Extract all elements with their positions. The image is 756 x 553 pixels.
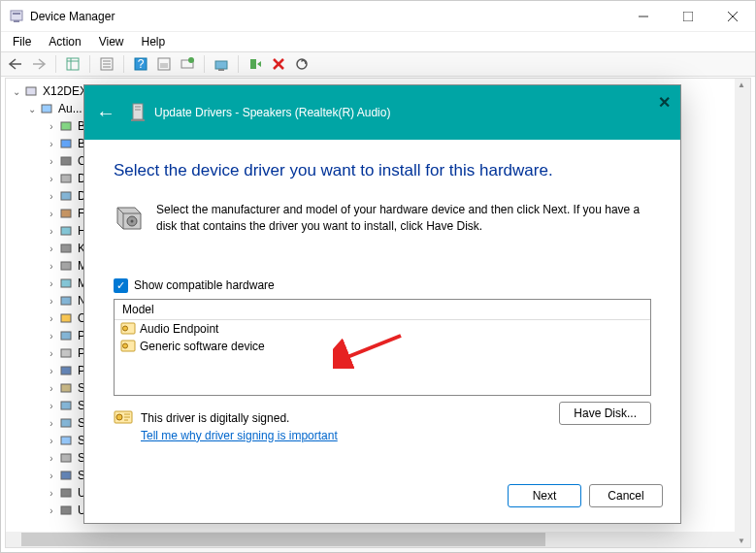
compatible-label: Show compatible hardware <box>134 278 275 292</box>
svg-point-60 <box>123 343 128 348</box>
svg-point-62 <box>116 414 122 420</box>
vertical-scrollbar[interactable] <box>735 79 750 547</box>
close-button[interactable] <box>710 1 755 32</box>
svg-rect-20 <box>215 61 227 69</box>
have-disk-button[interactable]: Have Disk... <box>559 402 651 425</box>
svg-rect-31 <box>61 175 71 182</box>
help-button[interactable]: ? <box>130 53 151 75</box>
signing-link[interactable]: Tell me why driver signing is important <box>141 429 338 442</box>
svg-rect-41 <box>61 349 71 357</box>
titlebar: Device Manager <box>1 1 755 32</box>
svg-rect-43 <box>61 384 71 392</box>
minimize-button[interactable] <box>621 1 666 32</box>
model-list-item[interactable]: Audio Endpoint <box>115 320 650 338</box>
svg-point-19 <box>188 57 194 63</box>
svg-rect-46 <box>61 437 71 444</box>
svg-rect-51 <box>133 104 143 119</box>
svg-rect-37 <box>61 279 71 287</box>
svg-rect-47 <box>61 454 71 462</box>
uninstall-button[interactable] <box>268 53 289 75</box>
svg-rect-44 <box>61 402 71 409</box>
cancel-button[interactable]: Cancel <box>589 484 663 507</box>
svg-point-58 <box>123 326 128 331</box>
svg-rect-32 <box>61 192 71 200</box>
svg-rect-21 <box>218 69 224 71</box>
tb-icon-5[interactable] <box>153 53 175 75</box>
svg-rect-4 <box>683 12 693 21</box>
dialog-close-button[interactable]: ✕ <box>658 93 671 112</box>
svg-point-56 <box>131 220 134 223</box>
dialog-info-text: Select the manufacturer and model of you… <box>156 202 651 235</box>
svg-rect-29 <box>61 140 71 147</box>
next-button[interactable]: Next <box>508 484 581 507</box>
svg-rect-38 <box>61 297 71 305</box>
compatible-checkbox[interactable]: ✓ <box>114 278 128 293</box>
model-list-header[interactable]: Model <box>115 300 650 320</box>
svg-rect-48 <box>61 472 71 479</box>
svg-rect-36 <box>61 262 71 270</box>
menubar: File Action View Help <box>1 32 755 51</box>
menu-view[interactable]: View <box>91 33 132 50</box>
svg-rect-45 <box>61 419 71 427</box>
menu-action[interactable]: Action <box>41 33 88 50</box>
tb-icon-6[interactable] <box>177 53 198 75</box>
svg-rect-2 <box>14 20 19 22</box>
svg-rect-7 <box>67 58 79 70</box>
app-icon <box>9 9 24 24</box>
back-button[interactable] <box>5 53 26 75</box>
enable-button[interactable] <box>245 53 266 75</box>
scan-hardware-button[interactable] <box>291 53 312 75</box>
forward-button[interactable] <box>28 53 49 75</box>
svg-rect-49 <box>61 489 71 497</box>
svg-rect-26 <box>26 87 36 95</box>
signed-icon <box>114 409 133 425</box>
svg-rect-42 <box>61 367 71 374</box>
svg-rect-33 <box>61 210 71 217</box>
svg-rect-0 <box>11 11 22 20</box>
dialog-title: Update Drivers - Speakers (Realtek(R) Au… <box>154 106 390 119</box>
svg-rect-35 <box>61 244 71 252</box>
update-driver-button[interactable] <box>211 53 232 75</box>
svg-text:?: ? <box>138 57 145 71</box>
model-list-item[interactable]: Generic software device <box>115 338 650 355</box>
menu-file[interactable]: File <box>5 33 39 50</box>
toolbar: ? <box>1 51 755 77</box>
model-list[interactable]: Model Audio EndpointGeneric software dev… <box>114 299 651 396</box>
svg-rect-52 <box>131 119 145 121</box>
maximize-button[interactable] <box>666 1 710 32</box>
menu-help[interactable]: Help <box>134 33 174 50</box>
dialog-back-button[interactable]: ← <box>96 102 115 124</box>
hardware-icon <box>114 202 145 233</box>
svg-rect-30 <box>61 157 71 165</box>
svg-rect-27 <box>42 105 51 113</box>
dialog-heading: Select the device driver you want to ins… <box>114 161 651 180</box>
device-icon <box>129 103 147 122</box>
svg-rect-17 <box>160 63 168 68</box>
svg-rect-34 <box>61 227 71 235</box>
svg-rect-50 <box>61 506 71 514</box>
svg-rect-22 <box>250 59 256 69</box>
update-drivers-dialog: ← Update Drivers - Speakers (Realtek(R) … <box>83 84 681 524</box>
svg-rect-40 <box>61 332 71 340</box>
properties-button[interactable] <box>96 53 117 75</box>
svg-rect-28 <box>61 122 71 130</box>
svg-rect-39 <box>61 314 71 322</box>
dialog-header: ← Update Drivers - Speakers (Realtek(R) … <box>84 85 680 140</box>
horizontal-scrollbar[interactable] <box>6 532 736 547</box>
window-title: Device Manager <box>30 10 621 23</box>
svg-rect-1 <box>13 13 20 15</box>
show-hide-tree-button[interactable] <box>62 53 83 75</box>
signed-text: This driver is digitally signed. <box>141 409 338 427</box>
